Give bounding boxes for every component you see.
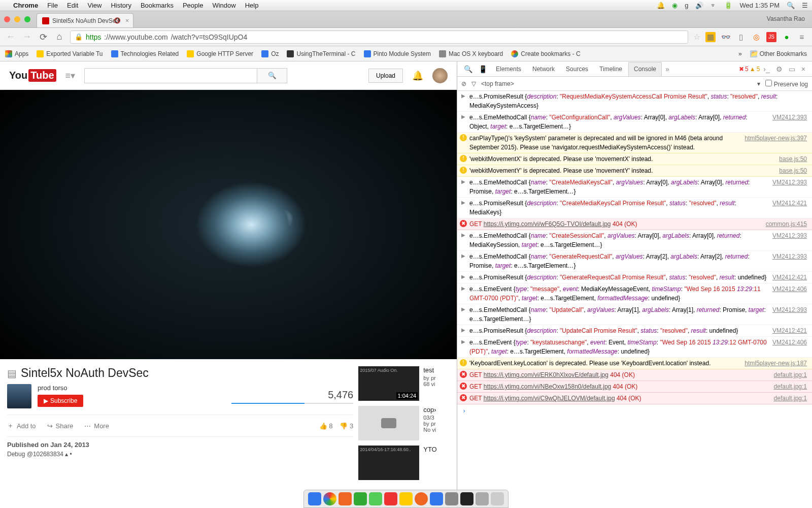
bookmark-overflow-icon[interactable]: » xyxy=(738,50,742,57)
menu-bookmarks[interactable]: Bookmarks xyxy=(141,2,174,9)
video-player[interactable] xyxy=(0,90,457,359)
battery-icon[interactable]: 🔋 xyxy=(724,2,732,9)
menu-icon[interactable]: ☰ xyxy=(802,2,808,9)
back-button[interactable]: ← xyxy=(5,31,16,42)
bookmark-item[interactable]: Pinto Module System xyxy=(364,50,431,57)
clear-console-icon[interactable]: ⊘ xyxy=(461,80,466,87)
extension-icon[interactable]: ▦ xyxy=(705,32,716,42)
tab-sources[interactable]: Sources xyxy=(561,62,593,76)
search-button[interactable]: 🔍 xyxy=(257,68,287,83)
dock-app[interactable] xyxy=(399,492,413,505)
dock-app[interactable] xyxy=(445,492,458,505)
console-log-obj[interactable]: ▶VM2412:406e…s.EmeEvent {type: "keystatu… xyxy=(457,337,812,358)
volume-icon[interactable]: 🔊 xyxy=(695,2,703,9)
menu-edit[interactable]: Edit xyxy=(67,2,78,9)
menu-file[interactable]: File xyxy=(47,2,58,9)
console-log-warn[interactable]: !base.js:50'webkitMovementX' is deprecat… xyxy=(457,153,812,165)
dock-app[interactable] xyxy=(415,492,428,505)
menu-help[interactable]: Help xyxy=(245,2,259,9)
upload-button[interactable]: Upload xyxy=(368,69,403,83)
console-log-err[interactable]: ✖default.jpg:1GET https://i.ytimg.com/vi… xyxy=(457,381,812,393)
dock-app[interactable] xyxy=(384,492,397,505)
frame-dropdown-icon[interactable]: ▾ xyxy=(757,80,760,87)
dock-app[interactable] xyxy=(308,492,321,505)
tab-console[interactable]: Console xyxy=(628,62,662,76)
more-button[interactable]: ⋯ More xyxy=(84,422,109,430)
menu-people[interactable]: People xyxy=(183,2,203,9)
console-log-obj[interactable]: ▶VM2412:393e…s.EmeMethodCall {name: "Cre… xyxy=(457,177,812,198)
console-log-err[interactable]: ✖common.js:415GET https://i.ytimg.com/vi… xyxy=(457,218,812,230)
console-log-obj[interactable]: ▶VM2412:421e…s.PromiseResult {descriptio… xyxy=(457,325,812,337)
guide-icon[interactable]: ≡▾ xyxy=(65,70,76,81)
menu-view[interactable]: View xyxy=(87,2,101,9)
warning-count[interactable]: ▲5 xyxy=(750,66,760,73)
channel-avatar[interactable] xyxy=(7,384,31,408)
bookmark-item[interactable]: Technologies Related xyxy=(111,50,179,57)
add-to-button[interactable]: ＋ Add to xyxy=(7,421,36,430)
console-log-obj[interactable]: ▶VM2412:393e…s.EmeMethodCall {name: "Upd… xyxy=(457,304,812,325)
status-icon[interactable]: ◉ xyxy=(672,2,678,9)
youtube-logo[interactable]: YouTube xyxy=(9,69,56,82)
bookmark-item[interactable]: Exported Variable Tu xyxy=(37,50,103,57)
menu-window[interactable]: Window xyxy=(212,2,235,9)
playlist-icon[interactable]: ▤ xyxy=(7,367,17,379)
settings-icon[interactable]: ⚙ xyxy=(773,65,785,73)
dock-icon[interactable]: ▭ xyxy=(786,65,798,73)
bookmark-item[interactable]: Mac OS X keyboard xyxy=(439,50,503,57)
dislike-button[interactable]: 👎 3 xyxy=(340,422,353,430)
console-log-obj[interactable]: ▶VM2412:393e…s.EmeMethodCall {name: "Get… xyxy=(457,112,812,133)
dock-app[interactable] xyxy=(460,492,473,505)
debug-info[interactable]: Debug @102683834 ▴ • xyxy=(7,451,353,458)
extension-icon[interactable]: 👓 xyxy=(721,32,731,42)
dock-app[interactable] xyxy=(430,492,443,505)
tab-network[interactable]: Network xyxy=(527,62,560,76)
related-video[interactable]: cop›03/3by prNo vi xyxy=(358,406,457,440)
zoom-window-button[interactable] xyxy=(24,16,30,22)
console-log-obj[interactable]: ▶e…s.PromiseResult {description: "Reques… xyxy=(457,91,812,112)
console-output[interactable]: ▶e…s.PromiseResult {description: "Reques… xyxy=(457,91,812,508)
related-video[interactable]: 2015/07 Audio On.1:04:24 testby pr68 vi xyxy=(358,366,457,401)
bookmark-item[interactable]: Create bookmarks - C xyxy=(511,50,580,57)
console-log-obj[interactable]: ▶VM2412:393e…s.EmeMethodCall {name: "Cre… xyxy=(457,230,812,251)
console-log-err[interactable]: ✖default.jpg:1GET https://i.ytimg.com/vi… xyxy=(457,393,812,404)
tab-close-icon[interactable]: × xyxy=(125,17,129,24)
device-icon[interactable]: 📱 xyxy=(476,65,490,73)
dock-app[interactable] xyxy=(369,492,382,505)
tabs-overflow-icon[interactable]: » xyxy=(663,65,672,73)
dock-trash[interactable] xyxy=(491,492,504,505)
console-log-warn[interactable]: !html5player-new.js:397canPlayType()'s '… xyxy=(457,133,812,153)
home-button[interactable]: ⌂ xyxy=(54,31,65,42)
cast-icon[interactable]: ▯ xyxy=(736,32,746,42)
channel-name[interactable]: prod torso xyxy=(38,384,225,392)
address-bar[interactable]: 🔒 https://www.youtube.com/watch?v=tsO9Sq… xyxy=(70,30,688,44)
minimize-window-button[interactable] xyxy=(14,16,20,22)
apps-button[interactable]: Apps xyxy=(5,50,28,57)
bookmark-item[interactable]: Google HTTP Server xyxy=(187,50,253,57)
console-log-obj[interactable]: ▶VM2412:421e…s.PromiseResult {descriptio… xyxy=(457,198,812,218)
other-bookmarks[interactable]: 📁Other Bookmarks xyxy=(750,50,807,57)
inspect-icon[interactable]: 🔍 xyxy=(461,65,475,73)
chrome-menu-icon[interactable]: ≡ xyxy=(797,32,807,42)
wifi-icon[interactable]: ᯤ xyxy=(710,2,717,9)
profile-name[interactable]: Vasantha Rao xyxy=(767,15,805,22)
console-log-err[interactable]: ✖default.jpg:1GET https://i.ytimg.com/vi… xyxy=(457,369,812,381)
clock[interactable]: Wed 1:35 PM xyxy=(739,2,780,9)
dock-app[interactable] xyxy=(476,492,489,505)
menu-history[interactable]: History xyxy=(111,2,131,9)
related-video[interactable]: 2014/04/16-17:16:48.60.. YTO xyxy=(358,446,457,480)
browser-tab[interactable]: Sintel5x NoAuth DevSec 🔇 × xyxy=(37,13,133,27)
filter-icon[interactable]: ▽ xyxy=(471,80,476,87)
dock-app[interactable] xyxy=(354,492,367,505)
console-log-warn[interactable]: !html5player-new.js:187'KeyboardEvent.ke… xyxy=(457,358,812,369)
drawer-icon[interactable]: ›_ xyxy=(761,65,772,73)
notifications-icon[interactable]: 🔔 xyxy=(412,70,423,81)
search-input[interactable] xyxy=(84,68,257,83)
bookmark-item[interactable]: Oz xyxy=(261,50,279,57)
console-log-obj[interactable]: ▶VM2412:393e…s.EmeMethodCall {name: "Gen… xyxy=(457,251,812,272)
tab-timeline[interactable]: Timeline xyxy=(594,62,627,76)
console-log-obj[interactable]: ▶VM2412:406e…s.EmeEvent {type: "message"… xyxy=(457,283,812,304)
console-log-warn[interactable]: !base.js:50'webkitMovementY' is deprecat… xyxy=(457,165,812,177)
close-window-button[interactable] xyxy=(4,16,10,22)
devtools-close-icon[interactable]: × xyxy=(799,65,808,73)
tab-audio-icon[interactable]: 🔇 xyxy=(114,17,121,24)
